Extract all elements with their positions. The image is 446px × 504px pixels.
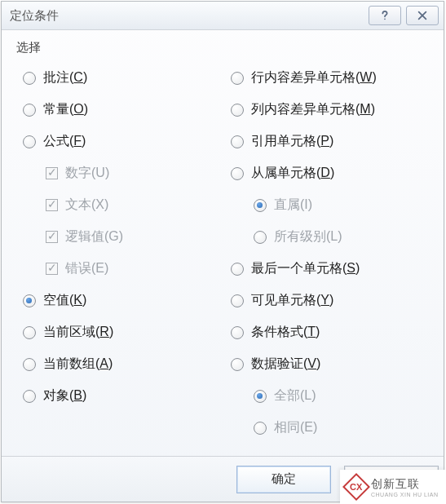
radio-option-w[interactable]: 行内容差异单元格(W) [223, 62, 431, 94]
checkbox-option-u: 数字(U) [15, 157, 223, 189]
checkbox-option-x: 文本(X) [15, 189, 223, 221]
checkbox-icon [46, 231, 58, 243]
radio-icon [23, 104, 36, 117]
option-label: 所有级别(L) [274, 228, 342, 245]
radio-icon [231, 72, 244, 85]
option-label: 引用单元格(P) [251, 133, 333, 150]
group-label: 选择 [15, 38, 431, 62]
radio-option-o[interactable]: 常量(O) [15, 94, 223, 126]
help-button[interactable] [369, 6, 401, 25]
radio-option-k[interactable]: 空值(K) [15, 285, 223, 316]
radio-icon [254, 231, 267, 244]
option-label: 条件格式(T) [251, 324, 320, 341]
radio-option-m[interactable]: 列内容差异单元格(M) [223, 94, 431, 126]
radio-icon [23, 294, 36, 307]
radio-icon [254, 199, 267, 212]
radio-icon [231, 358, 244, 371]
option-label: 批注(C) [43, 69, 87, 86]
radio-icon [231, 263, 244, 276]
option-label: 数据验证(V) [251, 356, 320, 373]
option-label: 可见单元格(Y) [251, 292, 333, 309]
watermark-text-en: CHUANG XIN HU LIAN [371, 492, 439, 497]
radio-option-f[interactable]: 公式(F) [15, 126, 223, 157]
radio-icon [23, 390, 36, 403]
radio-option-l: 所有级别(L) [223, 221, 431, 253]
options-columns: 批注(C)常量(O)公式(F)数字(U)文本(X)逻辑值(G)错误(E)空值(K… [15, 62, 431, 444]
close-button[interactable] [406, 6, 439, 25]
option-label: 行内容差异单元格(W) [251, 69, 377, 86]
radio-icon [254, 422, 267, 435]
radio-icon [23, 72, 36, 85]
option-label: 对象(B) [43, 387, 86, 405]
radio-option-c[interactable]: 批注(C) [15, 62, 223, 94]
dialog-content: 选择 批注(C)常量(O)公式(F)数字(U)文本(X)逻辑值(G)错误(E)空… [2, 30, 444, 456]
option-label: 当前数组(A) [43, 356, 113, 373]
radio-option-s[interactable]: 最后一个单元格(S) [223, 253, 431, 285]
option-label: 当前区域(R) [43, 324, 113, 341]
watermark: CX 创新互联 CHUANG XIN HU LIAN [340, 470, 446, 504]
right-column: 行内容差异单元格(W)列内容差异单元格(M)引用单元格(P)从属单元格(D)直属… [223, 62, 431, 444]
goto-special-dialog: 定位条件 选择 批注(C)常量(O)公式(F)数字(U)文本(X)逻辑值(G)错… [1, 1, 444, 502]
option-label: 直属(I) [274, 197, 312, 214]
ok-button[interactable]: 确定 [236, 466, 331, 493]
checkbox-option-e: 错误(E) [15, 253, 223, 285]
option-label: 文本(X) [65, 197, 108, 214]
watermark-text-zh: 创新互联 [371, 477, 439, 492]
radio-icon [254, 390, 267, 403]
option-label: 从属单元格(D) [251, 165, 334, 182]
option-label: 常量(O) [43, 101, 88, 118]
checkbox-icon [46, 199, 58, 211]
radio-icon [231, 104, 244, 117]
radio-option-l: 全部(L) [223, 380, 431, 412]
radio-option-v[interactable]: 数据验证(V) [223, 348, 431, 380]
radio-icon [231, 167, 244, 180]
radio-option-t[interactable]: 条件格式(T) [223, 316, 431, 348]
radio-option-p[interactable]: 引用单元格(P) [223, 126, 431, 157]
option-label: 最后一个单元格(S) [251, 260, 360, 277]
svg-point-0 [384, 19, 386, 20]
radio-option-y[interactable]: 可见单元格(Y) [223, 285, 431, 316]
radio-icon [231, 294, 244, 307]
radio-icon [23, 358, 36, 371]
radio-option-r[interactable]: 当前区域(R) [15, 316, 223, 348]
option-label: 错误(E) [65, 260, 108, 277]
checkbox-icon [46, 167, 58, 179]
option-label: 数字(U) [65, 165, 109, 182]
option-label: 空值(K) [43, 292, 86, 309]
dialog-title: 定位条件 [10, 8, 369, 24]
radio-icon [231, 135, 244, 148]
radio-option-b[interactable]: 对象(B) [15, 380, 223, 412]
option-label: 全部(L) [274, 387, 316, 405]
titlebar: 定位条件 [2, 2, 444, 30]
radio-option-a[interactable]: 当前数组(A) [15, 348, 223, 380]
option-label: 逻辑值(G) [65, 228, 123, 245]
option-label: 相同(E) [274, 419, 317, 436]
left-column: 批注(C)常量(O)公式(F)数字(U)文本(X)逻辑值(G)错误(E)空值(K… [15, 62, 223, 444]
option-label: 公式(F) [43, 133, 86, 150]
radio-option-d[interactable]: 从属单元格(D) [223, 157, 431, 189]
radio-icon [23, 135, 36, 148]
radio-icon [23, 326, 36, 339]
radio-option-i: 直属(I) [223, 189, 431, 221]
radio-icon [231, 326, 244, 339]
radio-option-e: 相同(E) [223, 412, 431, 444]
checkbox-icon [46, 263, 58, 275]
watermark-logo-icon: CX [342, 473, 370, 501]
option-label: 列内容差异单元格(M) [251, 101, 375, 118]
checkbox-option-g: 逻辑值(G) [15, 221, 223, 253]
